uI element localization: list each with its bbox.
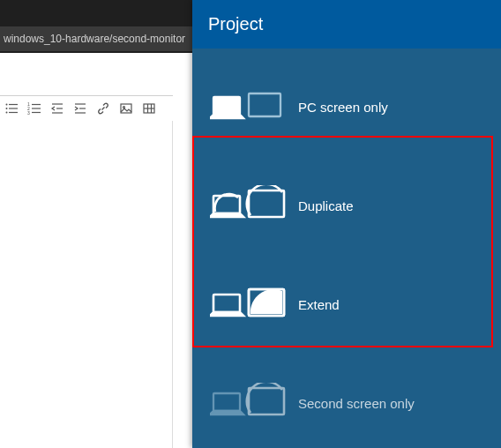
editor-toolbar: 1 2 3 — [0, 95, 173, 122]
project-panel: Project — [192, 0, 501, 448]
screenshot-stage: windows_10-hardware/second-monitor 1 2 3 — [0, 0, 501, 448]
svg-point-2 — [6, 108, 8, 109]
svg-text:3: 3 — [27, 110, 30, 116]
project-option-label: PC screen only — [298, 100, 388, 115]
editor-content-area — [0, 121, 173, 448]
extend-icon — [210, 284, 291, 325]
table-icon[interactable] — [138, 97, 161, 120]
svg-rect-18 — [121, 104, 131, 113]
svg-rect-25 — [249, 93, 280, 116]
list-bullet-icon[interactable] — [0, 97, 23, 120]
list-numbered-icon[interactable]: 1 2 3 — [23, 97, 46, 120]
svg-point-0 — [6, 104, 8, 106]
project-panel-title: Project — [192, 0, 501, 49]
svg-rect-32 — [249, 388, 284, 414]
svg-rect-24 — [213, 97, 240, 115]
project-option-label: Second screen only — [298, 396, 415, 411]
pc-screen-only-icon — [210, 86, 291, 127]
link-icon[interactable] — [92, 97, 115, 120]
duplicate-icon — [210, 185, 291, 226]
project-option-label: Extend — [298, 297, 340, 312]
svg-point-4 — [6, 112, 8, 114]
indent-icon[interactable] — [69, 97, 92, 120]
outdent-icon[interactable] — [46, 97, 69, 120]
project-option-pc-screen-only[interactable]: PC screen only — [192, 57, 501, 156]
project-option-label: Duplicate — [298, 198, 354, 213]
image-icon[interactable] — [115, 97, 138, 120]
background-url-bar: windows_10-hardware/second-monitor — [0, 26, 194, 51]
project-option-extend[interactable]: Extend — [192, 255, 501, 354]
project-options-list: PC screen only — [192, 49, 501, 448]
svg-point-19 — [123, 107, 125, 108]
project-option-duplicate[interactable]: Duplicate — [192, 156, 501, 255]
svg-rect-28 — [213, 295, 240, 312]
second-screen-only-icon — [210, 383, 291, 423]
svg-rect-31 — [213, 393, 240, 411]
project-option-second-screen-only[interactable]: Second screen only — [192, 354, 501, 448]
svg-rect-27 — [249, 190, 284, 217]
